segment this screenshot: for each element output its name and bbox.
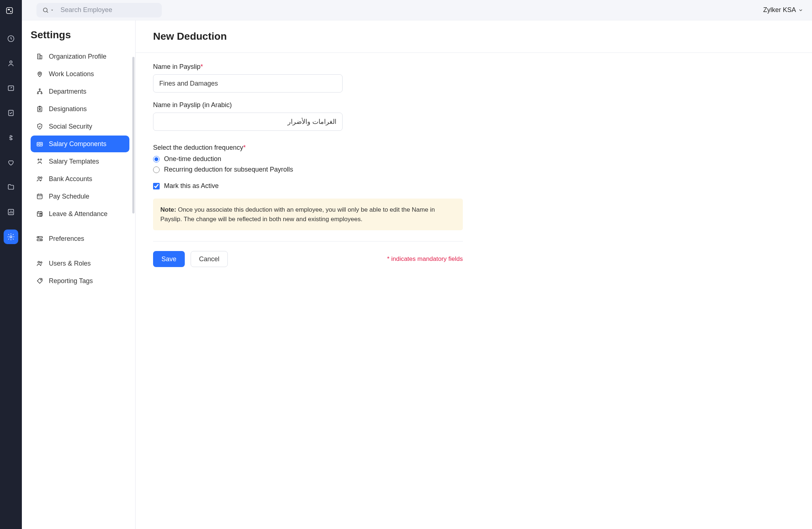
name-ar-input[interactable] xyxy=(153,113,343,131)
settings-item-label: Users & Roles xyxy=(49,260,91,267)
frequency-onetime[interactable]: One-time deduction xyxy=(153,155,795,163)
svg-rect-11 xyxy=(40,56,42,59)
frequency-recurring-radio[interactable] xyxy=(153,166,160,173)
svg-point-20 xyxy=(38,159,39,160)
settings-item-work-locations[interactable]: Work Locations xyxy=(31,66,129,82)
svg-point-17 xyxy=(39,108,40,109)
svg-rect-1 xyxy=(8,9,10,10)
settings-item-label: Salary Components xyxy=(49,140,106,148)
org-icon xyxy=(36,87,44,95)
active-checkbox[interactable] xyxy=(153,183,160,189)
settings-item-label: Organization Profile xyxy=(49,53,106,60)
note-prefix: Note: xyxy=(160,206,176,213)
svg-point-19 xyxy=(39,143,41,145)
svg-point-23 xyxy=(40,177,42,179)
rail-settings[interactable] xyxy=(4,230,18,244)
name-label: Name in Payslip* xyxy=(153,63,795,71)
divider xyxy=(136,52,812,53)
rail-reports[interactable] xyxy=(4,205,18,219)
svg-point-25 xyxy=(39,197,40,198)
org-switcher[interactable]: Zylker KSA xyxy=(763,6,803,14)
svg-point-9 xyxy=(43,8,47,12)
settings-item-label: Leave & Attendance xyxy=(49,210,108,218)
rail-documents[interactable] xyxy=(4,180,18,195)
svg-point-33 xyxy=(38,261,40,263)
svg-rect-24 xyxy=(37,194,42,199)
settings-item-pay-schedule[interactable]: Pay Schedule xyxy=(31,188,129,205)
svg-rect-29 xyxy=(37,236,43,238)
svg-point-12 xyxy=(39,73,40,74)
svg-point-34 xyxy=(40,262,42,263)
name-input[interactable] xyxy=(153,74,343,93)
svg-point-22 xyxy=(38,177,40,179)
template-icon xyxy=(36,157,44,165)
svg-point-32 xyxy=(40,240,42,241)
settings-item-preferences[interactable]: Preferences xyxy=(31,230,129,247)
search-wrap xyxy=(36,3,162,17)
settings-title: Settings xyxy=(31,29,129,41)
prefs-icon xyxy=(36,235,44,243)
settings-item-social-security[interactable]: Social Security xyxy=(31,118,129,135)
svg-point-21 xyxy=(40,159,42,160)
content-panel: New Deduction Name in Payslip* Name in P… xyxy=(136,20,812,529)
page-title: New Deduction xyxy=(153,31,795,42)
settings-item-salary-templates[interactable]: Salary Templates xyxy=(31,153,129,170)
cancel-button[interactable]: Cancel xyxy=(191,251,228,267)
rail-payroll[interactable] xyxy=(4,81,18,95)
form-actions: Save Cancel * indicates mandatory fields xyxy=(153,241,463,267)
search-scope-picker[interactable] xyxy=(39,7,58,13)
save-button[interactable]: Save xyxy=(153,251,185,267)
money-icon xyxy=(36,140,44,148)
rail-dashboard[interactable] xyxy=(4,31,18,46)
settings-item-label: Work Locations xyxy=(49,70,94,78)
settings-item-reporting-tags[interactable]: Reporting Tags xyxy=(31,273,129,289)
bank-icon xyxy=(36,175,44,183)
settings-item-bank-accounts[interactable]: Bank Accounts xyxy=(31,171,129,187)
mandatory-note: * indicates mandatory fields xyxy=(387,255,463,263)
org-name: Zylker KSA xyxy=(763,6,796,14)
svg-point-2 xyxy=(10,11,12,12)
rail-people[interactable] xyxy=(4,56,18,71)
settings-item-salary-components[interactable]: Salary Components xyxy=(31,136,129,152)
settings-item-label: Social Security xyxy=(49,123,92,130)
pin-icon xyxy=(36,70,44,78)
settings-item-label: Salary Templates xyxy=(49,158,99,165)
required-asterisk: * xyxy=(200,63,203,70)
svg-point-26 xyxy=(40,197,41,198)
rail-approvals[interactable] xyxy=(4,106,18,120)
settings-sidebar: Settings Organization ProfileWork Locati… xyxy=(22,20,136,529)
settings-item-label: Bank Accounts xyxy=(49,175,92,183)
svg-point-4 xyxy=(10,61,12,63)
settings-item-departments[interactable]: Departments xyxy=(31,83,129,100)
settings-item-label: Preferences xyxy=(49,235,84,243)
frequency-recurring[interactable]: Recurring deduction for subsequent Payro… xyxy=(153,166,795,173)
note-box: Note: Once you associate this deduction … xyxy=(153,199,463,230)
settings-item-users-roles[interactable]: Users & Roles xyxy=(31,255,129,272)
settings-item-organization-profile[interactable]: Organization Profile xyxy=(31,48,129,65)
svg-rect-30 xyxy=(37,239,43,241)
schedule-icon xyxy=(36,192,44,200)
settings-item-leave-attendance[interactable]: Leave & Attendance xyxy=(31,205,129,222)
svg-point-15 xyxy=(41,93,42,94)
topbar: Zylker KSA xyxy=(22,0,812,20)
rail-loans[interactable] xyxy=(4,130,18,145)
app-logo-icon xyxy=(5,7,16,17)
settings-item-label: Departments xyxy=(49,88,86,95)
scrollbar-indicator[interactable] xyxy=(132,57,134,213)
name-ar-label: Name in Payslip (in Arabic) xyxy=(153,101,795,109)
svg-point-13 xyxy=(39,89,40,90)
svg-rect-0 xyxy=(7,8,13,14)
active-checkbox-row[interactable]: Mark this as Active xyxy=(153,182,795,190)
tag-icon xyxy=(36,277,44,285)
rail-benefits[interactable] xyxy=(4,155,18,170)
settings-item-label: Reporting Tags xyxy=(49,277,93,285)
settings-item-designations[interactable]: Designations xyxy=(31,101,129,117)
frequency-onetime-radio[interactable] xyxy=(153,156,160,162)
frequency-label: Select the deduction frequency* xyxy=(153,144,795,152)
settings-item-label: Designations xyxy=(49,105,87,113)
search-input[interactable] xyxy=(58,3,160,17)
required-asterisk: * xyxy=(243,144,246,151)
svg-point-35 xyxy=(40,279,42,280)
leave-icon xyxy=(36,210,44,218)
note-text: Once you associate this deduction with a… xyxy=(160,206,435,223)
